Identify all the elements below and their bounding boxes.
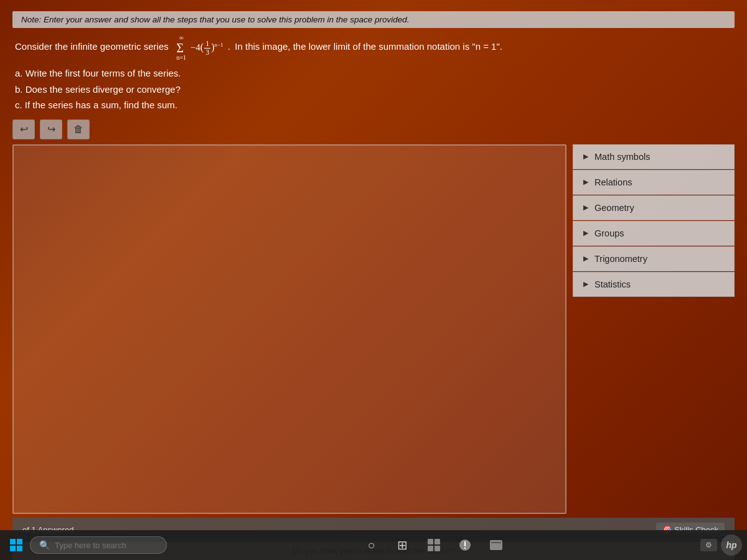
svg-rect-0 [10,539,16,544]
notification-area[interactable]: ⚙ [700,539,717,551]
taskbar-app3-button[interactable] [484,533,509,558]
chevron-icon-groups: ▶ [583,229,588,237]
svg-rect-2 [10,546,16,551]
svg-rect-7 [435,546,440,551]
sidebar-item-statistics[interactable]: ▶ Statistics [573,272,735,297]
question-intro-line: Consider the infinite geometric series ∞… [15,34,732,62]
taskbar-app1-button[interactable] [421,533,446,558]
question-intro-text: Consider the infinite geometric series [15,41,169,52]
fraction: 13 [204,40,210,57]
sigma-limits: ∞ Σ n=1 [176,34,186,62]
hp-label: hp [726,540,736,550]
taskbar-circle-button[interactable]: ○ [359,533,384,558]
sidebar-item-geometry[interactable]: ▶ Geometry [573,195,735,220]
note-bar: Note: Enter your answer and show all the… [12,11,735,28]
part-b: b. Does the series diverge or converge? [15,82,732,98]
sidebar: ▶ Math symbols ▶ Relations ▶ Geometry ▶ … [573,144,735,515]
svg-rect-12 [491,542,501,543]
taskbar-search-bar[interactable]: 🔍 [30,536,167,554]
toolbar-row: ↩ ↪ 🗑 [12,119,735,139]
sidebar-item-math-symbols[interactable]: ▶ Math symbols [573,144,735,169]
formula-display: ∞ Σ n=1 −4(13)n−1 . [171,42,235,52]
sigma-symbol: Σ [176,42,186,54]
sidebar-item-groups[interactable]: ▶ Groups [573,221,735,246]
parts-container: a. Write the first four terms of the ser… [15,65,732,113]
search-icon: 🔍 [39,540,50,550]
main-container: Note: Enter your answer and show all the… [0,0,747,560]
formula-body: −4(13)n−1 [188,39,223,57]
chevron-icon-math-symbols: ▶ [583,152,588,161]
svg-rect-3 [17,546,22,551]
svg-rect-5 [435,539,440,544]
notification-text: ⚙ [705,541,712,549]
answer-area[interactable] [12,144,566,515]
chevron-icon-relations: ▶ [583,178,588,186]
sidebar-label-groups: Groups [594,228,624,238]
image-note-text: In this image, the lower limit of the su… [235,41,502,52]
chevron-icon-geometry: ▶ [583,203,588,212]
sidebar-label-statistics: Statistics [594,279,631,289]
svg-rect-11 [490,540,502,550]
chevron-icon-trigonometry: ▶ [583,254,588,263]
svg-rect-4 [428,539,433,544]
app1-icon [426,538,441,553]
sidebar-label-relations: Relations [594,177,632,187]
windows-logo-icon [9,538,23,552]
sidebar-item-trigonometry[interactable]: ▶ Trigonometry [573,246,735,271]
undo-button[interactable]: ↩ [12,119,35,139]
svg-rect-1 [17,539,22,544]
taskbar-app2-button[interactable] [453,533,477,558]
hp-logo: hp [721,534,742,556]
taskbar-grid-button[interactable]: ⊞ [390,533,415,558]
redo-button[interactable]: ↪ [40,119,62,139]
svg-rect-9 [464,541,466,546]
sidebar-label-math-symbols: Math symbols [594,152,650,162]
sidebar-item-relations[interactable]: ▶ Relations [573,170,735,195]
taskbar-center-icons: ○ ⊞ [169,533,698,558]
svg-rect-10 [464,548,466,549]
app2-icon [458,538,472,553]
question-area: Consider the infinite geometric series ∞… [12,34,735,113]
search-input[interactable] [55,541,154,550]
taskbar-right: ⚙ hp [700,534,742,556]
part-a: a. Write the first four terms of the ser… [15,65,732,82]
sigma-formula: ∞ Σ n=1 −4(13)n−1 [176,34,223,62]
content-row: ▶ Math symbols ▶ Relations ▶ Geometry ▶ … [12,144,735,515]
exponent: n−1 [214,42,223,48]
app3-icon [489,538,504,553]
delete-button[interactable]: 🗑 [67,119,90,139]
chevron-icon-statistics: ▶ [583,280,588,288]
sidebar-label-geometry: Geometry [594,203,634,213]
sidebar-label-trigonometry: Trigonometry [594,254,647,264]
note-text: Note: Enter your answer and show all the… [21,15,410,24]
svg-rect-6 [428,546,433,551]
part-c: c. If the series has a sum, find the sum… [15,97,732,113]
sigma-bottom: n=1 [176,54,186,62]
start-button[interactable] [5,534,27,556]
taskbar: 🔍 ○ ⊞ [0,530,747,560]
